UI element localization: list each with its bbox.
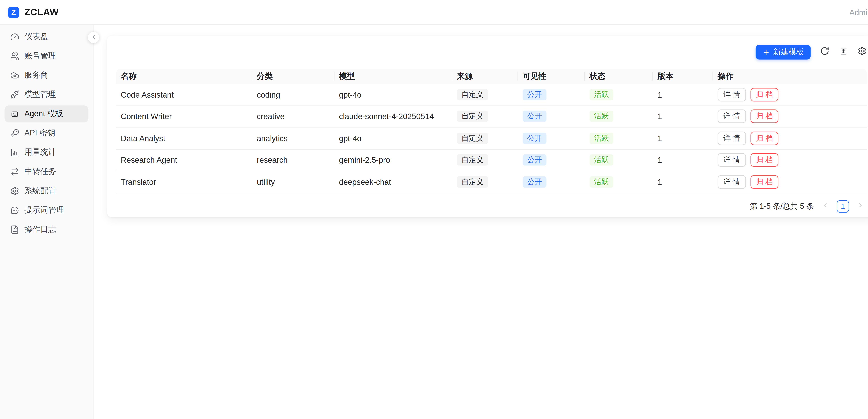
sidebar-item-operation-logs[interactable]: 操作日志: [4, 221, 88, 238]
sidebar-item-prompt-management[interactable]: 提示词管理: [4, 202, 88, 219]
detail-button[interactable]: 详 情: [718, 175, 746, 188]
cell-name: Content Writer: [116, 112, 252, 121]
sidebar-item-models[interactable]: 模型管理: [4, 86, 88, 103]
sidebar-item-api-keys[interactable]: API 密钥: [4, 125, 88, 142]
cell-model: deepseek-chat: [335, 177, 453, 186]
brand-name: ZCLAW: [24, 7, 59, 18]
plus-icon: [763, 49, 770, 56]
table-row: Data Analystanalyticsgpt-4o自定义公开活跃1详 情归 …: [116, 128, 867, 150]
column-header-0: 名称: [116, 68, 252, 84]
column-header-4: 可见性: [518, 68, 585, 84]
status-tag: 活跃: [590, 111, 613, 122]
sidebar-item-usage-stats[interactable]: 用量统计: [4, 144, 88, 161]
sidebar-item-system-config[interactable]: 系统配置: [4, 182, 88, 200]
cell-visibility: 公开: [518, 154, 585, 166]
visibility-tag: 公开: [523, 132, 547, 144]
gear-icon: [10, 186, 19, 196]
cell-actions: 详 情归 档: [713, 110, 867, 123]
sidebar-item-providers[interactable]: 服务商: [4, 67, 88, 84]
archive-button[interactable]: 归 档: [750, 131, 778, 145]
templates-table: 名称分类模型来源可见性状态版本操作 Code Assistantcodinggp…: [116, 68, 867, 193]
detail-button[interactable]: 详 情: [718, 153, 746, 167]
templates-card: 新建模板 名称分类模型来源可见性状态版本操作 Code Assistantcod…: [107, 36, 868, 217]
source-tag: 自定义: [457, 89, 488, 100]
column-header-1: 分类: [252, 68, 334, 84]
detail-button[interactable]: 详 情: [718, 110, 746, 123]
new-template-label: 新建模板: [773, 47, 804, 57]
sidebar-item-label: 账号管理: [24, 51, 56, 61]
archive-button[interactable]: 归 档: [750, 88, 778, 101]
sidebar-item-agent-templates[interactable]: Agent 模板: [4, 106, 88, 122]
cell-source: 自定义: [453, 154, 518, 166]
sidebar-item-label: 仪表盘: [24, 32, 48, 42]
visibility-tag: 公开: [523, 89, 547, 100]
table-settings-button[interactable]: [857, 48, 867, 57]
chevron-right-icon: [857, 202, 864, 210]
table-toolbar: 新建模板: [116, 45, 867, 60]
sidebar-item-label: 中转任务: [24, 167, 56, 177]
source-tag: 自定义: [457, 154, 488, 166]
main-content: 新建模板 名称分类模型来源可见性状态版本操作 Code Assistantcod…: [94, 25, 868, 419]
cell-status: 活跃: [585, 154, 653, 166]
pagination-prev-button[interactable]: [819, 200, 832, 212]
cell-status: 活跃: [585, 176, 653, 187]
archive-button[interactable]: 归 档: [750, 153, 778, 167]
sidebar-item-dashboard[interactable]: 仪表盘: [4, 28, 88, 45]
sidebar-collapse-button[interactable]: [88, 32, 99, 43]
detail-button[interactable]: 详 情: [718, 131, 746, 145]
table-row: Content Writercreativeclaude-sonnet-4-20…: [116, 106, 867, 128]
sidebar-item-label: 提示词管理: [24, 205, 64, 215]
table-row: Code Assistantcodinggpt-4o自定义公开活跃1详 情归 档: [116, 84, 867, 106]
refresh-icon: [820, 47, 829, 58]
brand-logo-icon: Z: [8, 7, 19, 18]
status-tag: 活跃: [590, 154, 613, 166]
cell-source: 自定义: [453, 132, 518, 144]
cell-source: 自定义: [453, 176, 518, 187]
file-text-icon: [10, 225, 19, 234]
gear-icon: [858, 47, 866, 58]
refresh-button[interactable]: [820, 48, 830, 57]
table-header-row: 名称分类模型来源可见性状态版本操作: [116, 68, 867, 84]
sidebar-item-accounts[interactable]: 账号管理: [4, 48, 88, 65]
plug-icon: [10, 90, 19, 99]
users-icon: [10, 52, 19, 61]
cell-visibility: 公开: [518, 89, 585, 100]
cell-version: 1: [653, 90, 713, 99]
cell-actions: 详 情归 档: [713, 153, 867, 167]
source-tag: 自定义: [457, 111, 488, 122]
status-tag: 活跃: [590, 132, 613, 144]
cell-version: 1: [653, 177, 713, 186]
user-menu[interactable]: Admin: [849, 8, 868, 17]
detail-button[interactable]: 详 情: [718, 88, 746, 101]
pagination-next-button[interactable]: [854, 200, 867, 212]
cell-visibility: 公开: [518, 111, 585, 122]
main-layout: 仪表盘账号管理服务商模型管理Agent 模板API 密钥用量统计中转任务系统配置…: [0, 25, 868, 419]
cell-visibility: 公开: [518, 176, 585, 187]
sidebar-item-relay-tasks[interactable]: 中转任务: [4, 163, 88, 180]
cell-category: analytics: [252, 134, 334, 143]
sidebar-item-label: 服务商: [24, 70, 48, 81]
pagination-page-1[interactable]: 1: [837, 200, 849, 212]
column-header-6: 版本: [653, 68, 713, 84]
column-header-5: 状态: [585, 68, 653, 84]
source-tag: 自定义: [457, 132, 488, 144]
row-density-button[interactable]: [838, 48, 848, 57]
column-header-7: 操作: [713, 68, 867, 84]
cell-version: 1: [653, 134, 713, 143]
archive-button[interactable]: 归 档: [750, 175, 778, 188]
cell-model: claude-sonnet-4-20250514: [335, 112, 453, 121]
table-body: Code Assistantcodinggpt-4o自定义公开活跃1详 情归 档…: [116, 84, 867, 193]
archive-button[interactable]: 归 档: [750, 110, 778, 123]
cell-version: 1: [653, 112, 713, 121]
cell-category: coding: [252, 90, 334, 99]
new-template-button[interactable]: 新建模板: [756, 45, 811, 60]
cell-name: Research Agent: [116, 156, 252, 164]
source-tag: 自定义: [457, 176, 488, 187]
chevron-left-icon: [90, 32, 97, 42]
cell-source: 自定义: [453, 89, 518, 100]
sidebar-item-label: 模型管理: [24, 90, 56, 100]
sidebar-item-label: 用量统计: [24, 147, 56, 158]
cell-source: 自定义: [453, 111, 518, 122]
cell-category: research: [252, 156, 334, 164]
app-window: Z ZCLAW Admin 仪表盘账号管理服务商模型管理Agent 模板API …: [0, 0, 868, 419]
